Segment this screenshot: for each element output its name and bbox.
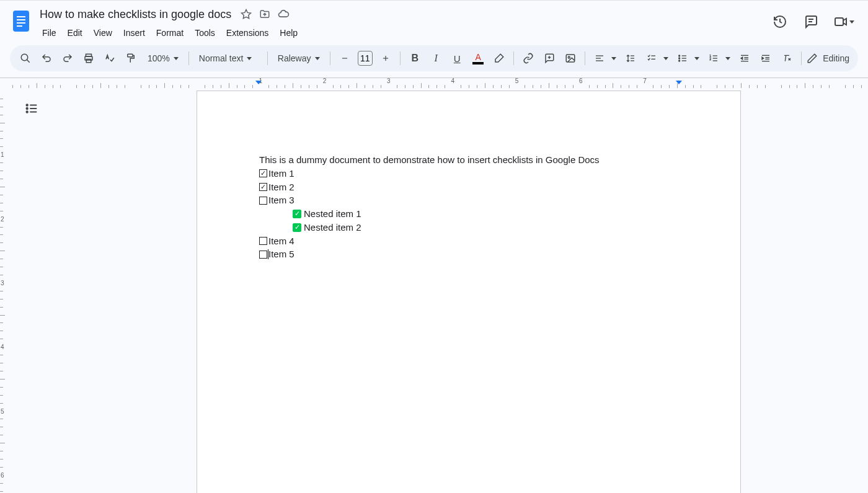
menu-insert[interactable]: Insert [118, 24, 150, 42]
chevron-down-icon[interactable] [694, 57, 699, 60]
italic-button[interactable]: I [427, 49, 445, 68]
separator [801, 51, 802, 65]
document-body[interactable]: This is a dummy document to demonstrate … [259, 153, 678, 261]
svg-point-32 [679, 60, 680, 61]
paragraph-style-dropdown[interactable]: Normal text [194, 49, 262, 68]
svg-point-30 [679, 55, 680, 56]
document-page[interactable]: This is a dummy document to demonstrate … [197, 91, 741, 493]
chevron-down-icon[interactable] [611, 57, 616, 60]
insert-image-button[interactable] [561, 49, 580, 68]
decrease-font-size-button[interactable] [335, 49, 354, 68]
checklist-item[interactable]: Item 3 [259, 193, 678, 207]
header-bar: How to make checklists in google docs Fi… [0, 0, 868, 42]
chevron-down-icon [315, 57, 320, 60]
checklist-item[interactable]: ✓Item 1 [259, 167, 678, 180]
decrease-indent-button[interactable] [735, 49, 754, 68]
menu-tools[interactable]: Tools [190, 24, 220, 42]
editing-mode-button[interactable]: Editing [807, 53, 852, 64]
horizontal-ruler[interactable]: 1234567 [7, 78, 868, 88]
checklist-item-text[interactable]: Item 4 [268, 234, 294, 248]
docs-logo[interactable] [10, 6, 32, 33]
history-icon[interactable] [771, 13, 789, 30]
font-dropdown[interactable]: Raleway [273, 49, 325, 68]
menu-edit[interactable]: Edit [63, 24, 87, 42]
paint-format-button[interactable] [122, 49, 140, 68]
checklist-item[interactable]: ✓Item 2 [259, 180, 678, 194]
add-comment-button[interactable] [540, 49, 559, 68]
insert-link-button[interactable] [519, 49, 538, 68]
zoom-dropdown[interactable]: 100% [143, 49, 184, 68]
checkbox-green-icon[interactable]: ✓ [293, 223, 301, 232]
svg-marker-5 [242, 10, 251, 19]
chevron-down-icon [174, 57, 179, 60]
checkbox-icon[interactable] [259, 237, 267, 245]
svg-rect-1 [17, 16, 25, 17]
checklist-item-text[interactable]: Item 5 [268, 247, 294, 261]
numbered-list-button[interactable]: 12 [704, 49, 723, 68]
star-icon[interactable] [240, 8, 252, 20]
bulleted-list-button[interactable] [673, 49, 692, 68]
checklist-item-text[interactable]: Item 1 [268, 167, 294, 180]
checkbox-icon[interactable] [259, 251, 267, 259]
checklist-item[interactable]: ✓Nested item 2 [293, 221, 678, 234]
svg-point-51 [26, 111, 27, 112]
svg-point-31 [679, 58, 680, 59]
checklist-button[interactable] [642, 49, 661, 68]
checklist-item-text[interactable]: Item 2 [268, 180, 294, 194]
align-button[interactable] [590, 49, 609, 68]
bold-button[interactable]: B [405, 49, 424, 68]
toolbar: 100% Normal text Raleway 11 B I U A 12 E… [10, 45, 858, 71]
document-outline-button[interactable] [22, 99, 41, 118]
line-spacing-button[interactable] [621, 49, 640, 68]
menubar: File Edit View Insert Format Tools Exten… [37, 24, 766, 42]
menu-view[interactable]: View [89, 24, 117, 42]
chevron-down-icon [849, 20, 854, 24]
video-call-button[interactable] [833, 14, 854, 29]
chevron-down-icon[interactable] [663, 57, 668, 60]
separator [330, 51, 330, 65]
checklist-item-text[interactable]: Nested item 1 [304, 207, 361, 221]
clear-formatting-button[interactable] [777, 49, 796, 68]
separator [400, 51, 401, 65]
checklist-item-text[interactable]: Nested item 2 [304, 221, 361, 234]
search-menus-button[interactable] [16, 49, 35, 68]
move-icon[interactable] [259, 8, 271, 20]
doc-intro-line[interactable]: This is a dummy document to demonstrate … [259, 153, 678, 167]
svg-point-50 [26, 108, 27, 109]
font-size-input[interactable]: 11 [358, 51, 373, 66]
increase-font-size-button[interactable] [376, 49, 395, 68]
checkbox-icon[interactable] [259, 197, 267, 205]
undo-button[interactable] [37, 49, 56, 68]
checkbox-icon[interactable]: ✓ [259, 183, 267, 191]
document-title[interactable]: How to make checklists in google docs [37, 7, 234, 22]
header-right [771, 6, 858, 30]
svg-rect-20 [566, 55, 575, 62]
spellcheck-button[interactable] [100, 49, 119, 68]
svg-point-9 [21, 54, 28, 61]
redo-button[interactable] [58, 49, 77, 68]
checklist-item[interactable]: Item 5 [259, 247, 678, 261]
title-row: How to make checklists in google docs [37, 6, 766, 23]
title-area: How to make checklists in google docs Fi… [37, 6, 766, 42]
print-button[interactable] [79, 49, 98, 68]
svg-line-10 [27, 60, 30, 63]
chevron-down-icon[interactable] [725, 57, 730, 60]
increase-indent-button[interactable] [756, 49, 775, 68]
workspace: 1234567 123456 This is a dummy document … [0, 78, 868, 493]
highlight-button[interactable] [490, 49, 508, 68]
underline-button[interactable]: U [448, 49, 466, 68]
menu-help[interactable]: Help [275, 24, 303, 42]
checklist-item[interactable]: ✓Nested item 1 [293, 207, 678, 221]
checklist-item[interactable]: Item 4 [259, 234, 678, 248]
svg-rect-3 [17, 22, 25, 24]
checklist-item-text[interactable]: Item 3 [268, 193, 294, 207]
menu-extensions[interactable]: Extensions [221, 24, 273, 42]
comments-icon[interactable] [802, 13, 820, 30]
vertical-ruler[interactable]: 123456 [0, 88, 7, 493]
menu-file[interactable]: File [37, 24, 61, 42]
menu-format[interactable]: Format [151, 24, 188, 42]
cloud-status-icon[interactable] [277, 8, 290, 20]
checkbox-icon[interactable]: ✓ [259, 169, 267, 177]
text-color-button[interactable]: A [469, 49, 487, 68]
checkbox-green-icon[interactable]: ✓ [293, 210, 301, 218]
